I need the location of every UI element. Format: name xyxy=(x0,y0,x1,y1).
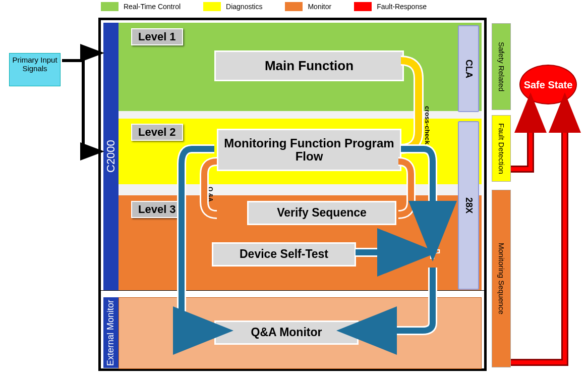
legend-item-fault: Fault-Response xyxy=(354,2,427,11)
device-selftest-box: Device Self-Test xyxy=(212,242,356,267)
plus-icon: + xyxy=(421,242,443,264)
main-frame: C2000 External Monitor Level 1 Level 2 L… xyxy=(98,18,487,371)
swatch-red xyxy=(354,2,372,11)
fault-detection-label: Fault Detection xyxy=(492,115,511,182)
swatch-green xyxy=(101,2,119,11)
legend-item-mon: Monitor xyxy=(285,2,331,11)
cla-bar: CLA xyxy=(458,25,479,112)
c2000-bar: C2000 xyxy=(103,23,119,290)
verify-sequence-box: Verify Sequence xyxy=(247,201,396,225)
qa-monitor-box: Q&A Monitor xyxy=(214,321,359,345)
qa-label-right: Q &A xyxy=(409,187,417,202)
legend-label: Diagnostics xyxy=(226,3,262,11)
level3-label: Level 3 xyxy=(131,201,183,218)
monitoring-function-box: Monitoring Function Program Flow xyxy=(217,129,401,171)
main-function-box: Main Function xyxy=(214,50,404,81)
monitoring-sequence-label: Monitoring Sequence xyxy=(492,190,511,367)
crosscheck-label: cross-check xyxy=(424,106,431,144)
swatch-yellow xyxy=(203,2,221,11)
gap3 xyxy=(101,290,484,298)
legend-item-rtc: Real-Time Control xyxy=(101,2,181,11)
safe-state-ellipse: Safe State xyxy=(519,65,577,104)
legend: Real-Time Control Diagnostics Monitor Fa… xyxy=(101,2,427,11)
legend-label: Monitor xyxy=(308,3,331,11)
28x-bar: 28X xyxy=(458,121,479,290)
safety-related-label: Safety Related xyxy=(492,23,511,110)
primary-input-signals-box: Primary Input Signals xyxy=(9,53,61,86)
qa-label-left: Q &A xyxy=(207,187,214,202)
level2-label: Level 2 xyxy=(131,124,183,141)
external-monitor-bar: External Monitor xyxy=(103,297,119,368)
gap2 xyxy=(119,184,482,195)
swatch-orange xyxy=(285,2,303,11)
legend-label: Fault-Response xyxy=(377,3,427,11)
level1-label: Level 1 xyxy=(131,28,183,45)
legend-label: Real-Time Control xyxy=(124,3,181,11)
legend-item-diag: Diagnostics xyxy=(203,2,262,11)
